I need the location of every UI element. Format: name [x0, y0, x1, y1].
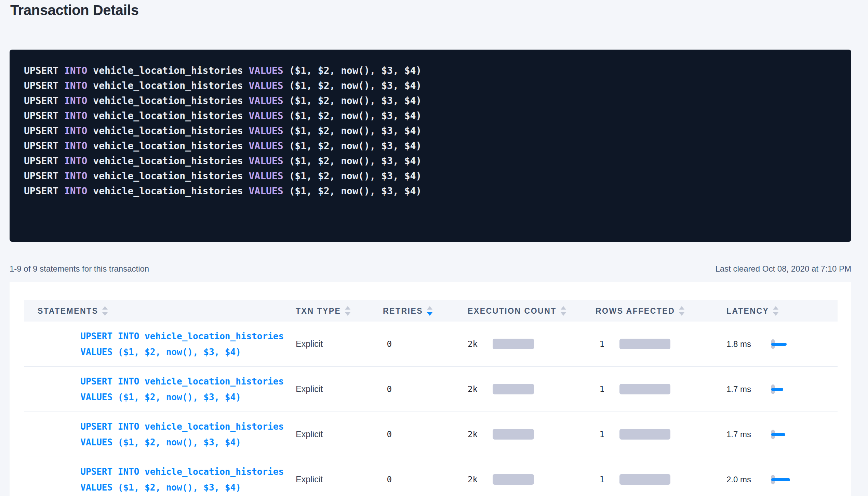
latency-value: 1.8 ms	[726, 339, 762, 349]
statement-cell: UPSERT INTO vehicle_location_histories V…	[24, 448, 296, 496]
column-header-label: EXECUTION COUNT	[468, 306, 557, 316]
rows-affected-bar	[619, 384, 670, 394]
rows-affected-value: 1	[596, 384, 604, 394]
latency-cell: 1.7 ms	[726, 384, 838, 394]
sql-statement-line: UPSERT INTO vehicle_location_histories V…	[24, 184, 851, 199]
statement-link-line2: VALUES ($1, $2, now(), $3, $4)	[80, 347, 241, 357]
table-row: UPSERT INTO vehicle_location_histories V…	[24, 457, 838, 496]
execution-count-value: 2k	[468, 384, 478, 394]
execution-count-value: 2k	[468, 339, 478, 349]
statement-link-line1: UPSERT INTO vehicle_location_histories	[80, 467, 284, 477]
statement-link-line2: VALUES ($1, $2, now(), $3, $4)	[80, 392, 241, 402]
column-header[interactable]: RETRIES	[383, 306, 468, 316]
column-header[interactable]: TXN TYPE	[296, 306, 383, 316]
last-cleared-text: Last cleared Oct 08, 2020 at 7:10 PM	[715, 264, 851, 274]
sort-ascending-icon[interactable]	[679, 306, 684, 310]
rows-affected-bar	[619, 429, 670, 440]
sort-arrows-icon[interactable]	[561, 306, 566, 316]
retries-cell: 0	[383, 475, 392, 484]
sort-ascending-icon[interactable]	[345, 306, 350, 310]
execution-count-cell: 2k	[468, 474, 596, 485]
latency-bar-chart	[771, 339, 819, 349]
execution-count-bar	[493, 384, 534, 394]
statements-table-card: STATEMENTS TXN TYPE RETRIES EXECUTION CO…	[10, 282, 851, 496]
execution-count-bar	[493, 429, 534, 440]
sort-ascending-icon[interactable]	[773, 306, 778, 310]
latency-bar-chart	[771, 475, 819, 484]
txn-type-cell: Explicit	[296, 384, 383, 394]
sort-arrows-icon[interactable]	[345, 306, 350, 316]
latency-cell: 1.7 ms	[726, 430, 838, 439]
column-header-label: RETRIES	[383, 306, 423, 316]
rows-affected-value: 1	[596, 430, 604, 439]
rows-affected-bar	[619, 339, 670, 349]
statement-link-line1: UPSERT INTO vehicle_location_histories	[80, 376, 284, 387]
latency-value: 2.0 ms	[726, 475, 762, 484]
column-header[interactable]: EXECUTION COUNT	[468, 306, 596, 316]
rows-affected-bar	[619, 474, 670, 485]
sql-statement-line: UPSERT INTO vehicle_location_histories V…	[24, 63, 851, 78]
rows-affected-cell: 1	[596, 474, 726, 485]
latency-cell: 1.8 ms	[726, 339, 838, 349]
statements-count-text: 1-9 of 9 statements for this transaction	[10, 264, 149, 274]
sql-statement-line: UPSERT INTO vehicle_location_histories V…	[24, 123, 851, 139]
sort-descending-icon[interactable]	[561, 312, 566, 316]
retries-cell: 0	[383, 430, 392, 439]
statement-link-line2: VALUES ($1, $2, now(), $3, $4)	[80, 437, 241, 447]
execution-count-value: 2k	[468, 430, 478, 439]
sql-statement-line: UPSERT INTO vehicle_location_histories V…	[24, 139, 851, 154]
execution-count-cell: 2k	[468, 429, 596, 440]
sort-descending-icon[interactable]	[427, 312, 432, 316]
sort-descending-icon[interactable]	[679, 312, 684, 316]
sort-arrows-icon[interactable]	[427, 306, 432, 316]
sort-descending-icon[interactable]	[345, 312, 350, 316]
statement-link-line1: UPSERT INTO vehicle_location_histories	[80, 421, 284, 432]
column-header-label: TXN TYPE	[296, 306, 341, 316]
txn-type-cell: Explicit	[296, 339, 383, 349]
latency-bar	[771, 433, 785, 436]
sort-arrows-icon[interactable]	[773, 306, 778, 316]
rows-affected-cell: 1	[596, 384, 726, 394]
sql-statement-line: UPSERT INTO vehicle_location_histories V…	[24, 78, 851, 93]
sort-ascending-icon[interactable]	[427, 306, 432, 310]
rows-affected-value: 1	[596, 475, 604, 484]
sort-ascending-icon[interactable]	[102, 306, 108, 310]
sql-statement-line: UPSERT INTO vehicle_location_histories V…	[24, 93, 851, 108]
retries-cell: 0	[383, 384, 392, 394]
page-title: Transaction Details	[10, 2, 139, 18]
statement-link-line1: UPSERT INTO vehicle_location_histories	[80, 331, 284, 341]
txn-type-cell: Explicit	[296, 474, 383, 484]
latency-bar-chart	[771, 430, 819, 439]
sort-arrows-icon[interactable]	[679, 306, 684, 316]
column-header-label: LATENCY	[726, 306, 769, 316]
latency-cell: 2.0 ms	[726, 475, 838, 484]
sort-ascending-icon[interactable]	[561, 306, 566, 310]
table-body: UPSERT INTO vehicle_location_histories V…	[24, 322, 838, 496]
latency-value: 1.7 ms	[726, 430, 762, 439]
latency-bar	[771, 343, 787, 346]
sql-statement-line: UPSERT INTO vehicle_location_histories V…	[24, 108, 851, 123]
latency-bar	[771, 478, 790, 481]
execution-count-cell: 2k	[468, 384, 596, 394]
statement-link-line2: VALUES ($1, $2, now(), $3, $4)	[80, 482, 241, 493]
execution-count-bar	[493, 339, 534, 349]
column-header[interactable]: ROWS AFFECTED	[596, 306, 726, 316]
execution-count-bar	[493, 474, 534, 485]
column-header[interactable]: LATENCY	[726, 306, 838, 316]
sql-statement-line: UPSERT INTO vehicle_location_histories V…	[24, 154, 851, 169]
latency-bar-chart	[771, 384, 819, 394]
latency-bar	[771, 388, 783, 391]
sql-code-lines: UPSERT INTO vehicle_location_histories V…	[24, 63, 851, 199]
execution-count-value: 2k	[468, 475, 478, 484]
txn-type-cell: Explicit	[296, 429, 383, 439]
execution-count-cell: 2k	[468, 339, 596, 349]
statements-summary-bar: 1-9 of 9 statements for this transaction…	[10, 264, 851, 274]
retries-cell: 0	[383, 339, 392, 349]
column-header-label: ROWS AFFECTED	[596, 306, 675, 316]
rows-affected-value: 1	[596, 339, 604, 349]
latency-value: 1.7 ms	[726, 384, 762, 394]
sql-statement-line: UPSERT INTO vehicle_location_histories V…	[24, 169, 851, 184]
sort-descending-icon[interactable]	[773, 312, 778, 316]
rows-affected-cell: 1	[596, 429, 726, 440]
statement-link[interactable]: UPSERT INTO vehicle_location_histories V…	[38, 448, 296, 496]
